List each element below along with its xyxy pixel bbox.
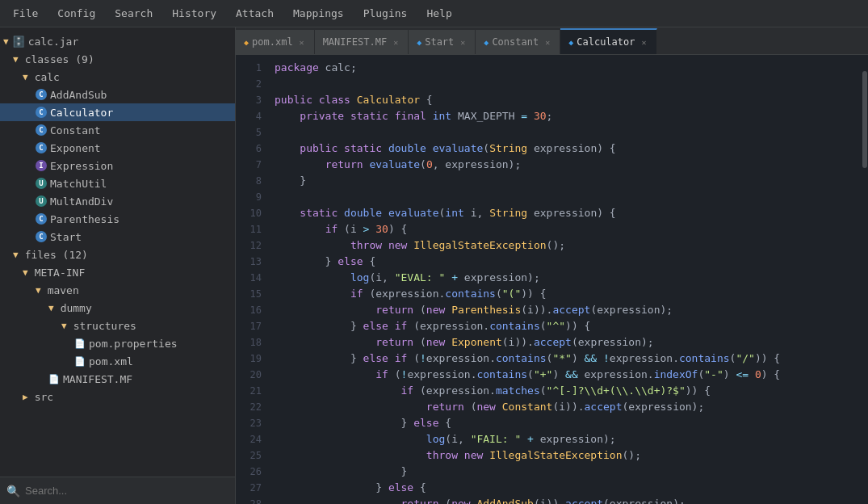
file-icon-manifest: 📄 bbox=[48, 374, 60, 384]
file-tree: ▼ 🗄️ calc.jar ▼ classes (9) ▼ calc C Add… bbox=[0, 27, 235, 477]
class-icon-addandsub: C bbox=[36, 89, 47, 100]
tree-label-calcjar: calc.jar bbox=[28, 36, 79, 48]
menu-mappings[interactable]: Mappings bbox=[283, 0, 354, 27]
tab-close-calculator[interactable]: ✕ bbox=[639, 37, 648, 48]
tree-label-addandsub: AddAndSub bbox=[50, 89, 107, 101]
tab-label-pomxml: pom.xml bbox=[252, 36, 293, 48]
arrow-down-icon8: ▼ bbox=[61, 321, 67, 331]
menu-help[interactable]: Help bbox=[417, 0, 461, 27]
tab-icon-calculator: ◆ bbox=[568, 38, 573, 47]
tree-item-start[interactable]: C Start bbox=[0, 228, 235, 246]
sidebar: ▼ 🗄️ calc.jar ▼ classes (9) ▼ calc C Add… bbox=[0, 27, 236, 504]
tab-close-constant[interactable]: ✕ bbox=[543, 37, 551, 48]
editor-area: ◆ pom.xml ✕ MANIFEST.MF ✕ ◆ Start ✕ ◆ Co… bbox=[236, 27, 868, 504]
tree-label-start: Start bbox=[50, 231, 82, 243]
arrow-down-icon4: ▼ bbox=[13, 250, 19, 260]
tree-label-src: src bbox=[35, 391, 53, 403]
tree-item-src[interactable]: ▶ src bbox=[0, 388, 235, 405]
class-icon-matchutil: U bbox=[36, 178, 47, 189]
class-icon-expression: I bbox=[36, 160, 47, 171]
arrow-down-icon6: ▼ bbox=[36, 285, 41, 296]
tree-label-parenthesis: Parenthesis bbox=[50, 213, 120, 225]
tab-calculator[interactable]: ◆ Calculator ✕ bbox=[560, 28, 656, 54]
sidebar-search-input[interactable] bbox=[25, 485, 229, 497]
tree-label-calc: calc bbox=[35, 71, 60, 83]
tree-item-parenthesis[interactable]: C Parenthesis bbox=[0, 210, 235, 228]
class-icon-constant: C bbox=[36, 124, 47, 136]
tab-close-manifest[interactable]: ✕ bbox=[392, 37, 400, 48]
file-icon-pomprops: 📄 bbox=[74, 338, 86, 349]
tree-item-classes[interactable]: ▼ classes (9) bbox=[0, 50, 235, 68]
menu-attach[interactable]: Attach bbox=[226, 0, 283, 27]
arrow-down-icon3: ▼ bbox=[23, 72, 28, 82]
tree-item-pomxml[interactable]: 📄 pom.xml bbox=[0, 352, 235, 370]
line-numbers: 12345 678910 1112131415 1617181920 21222… bbox=[236, 55, 268, 504]
arrow-down-icon5: ▼ bbox=[23, 267, 28, 278]
tree-item-expression[interactable]: I Expression bbox=[0, 157, 235, 174]
tree-item-files[interactable]: ▼ files (12) bbox=[0, 246, 235, 263]
class-icon-parenthesis: C bbox=[36, 213, 47, 225]
menu-file[interactable]: File bbox=[3, 0, 48, 27]
tab-pom-xml[interactable]: ◆ pom.xml ✕ bbox=[236, 30, 315, 54]
menu-config[interactable]: Config bbox=[48, 0, 105, 27]
tab-icon-start: ◆ bbox=[417, 38, 421, 47]
tree-label-dummy: dummy bbox=[61, 302, 92, 314]
code-content[interactable]: package calc; public class Calculator { … bbox=[268, 55, 862, 504]
tree-item-multanddiv[interactable]: U MultAndDiv bbox=[0, 192, 235, 210]
tree-item-calc[interactable]: ▼ calc bbox=[0, 68, 235, 86]
vertical-scrollbar[interactable] bbox=[862, 55, 868, 504]
tree-label-manifest: MANIFEST.MF bbox=[63, 373, 132, 385]
tree-item-manifest[interactable]: 📄 MANIFEST.MF bbox=[0, 370, 235, 388]
tab-manifest[interactable]: MANIFEST.MF ✕ bbox=[315, 30, 409, 54]
class-icon-calculator: C bbox=[36, 107, 47, 118]
tree-label-metainf: META-INF bbox=[35, 267, 86, 279]
search-icon: 🔍 bbox=[6, 485, 20, 498]
class-icon-start: C bbox=[36, 231, 47, 242]
arrow-right-icon: ▶ bbox=[23, 392, 28, 402]
tree-item-matchutil[interactable]: U MatchUtil bbox=[0, 174, 235, 192]
tree-item-calculator[interactable]: C Calculator bbox=[0, 103, 235, 121]
tree-label-exponent: Exponent bbox=[50, 142, 101, 154]
tree-label-multanddiv: MultAndDiv bbox=[50, 195, 113, 208]
tree-item-addandsub[interactable]: C AddAndSub bbox=[0, 86, 235, 103]
tree-item-pomprops[interactable]: 📄 pom.properties bbox=[0, 334, 235, 352]
tab-label-calculator: Calculator bbox=[577, 36, 635, 48]
tree-item-constant[interactable]: C Constant bbox=[0, 121, 235, 139]
menu-search[interactable]: Search bbox=[105, 0, 162, 27]
tab-label-start: Start bbox=[425, 36, 454, 48]
arrow-down-icon7: ▼ bbox=[48, 303, 54, 313]
arrow-down-icon: ▼ bbox=[3, 36, 9, 47]
tree-label-constant: Constant bbox=[50, 124, 101, 136]
tree-label-pomxml: pom.xml bbox=[89, 355, 133, 368]
tree-label-pomprops: pom.properties bbox=[89, 338, 178, 350]
tab-constant[interactable]: ◆ Constant ✕ bbox=[476, 30, 560, 54]
code-editor: 12345 678910 1112131415 1617181920 21222… bbox=[236, 55, 868, 504]
tree-item-exponent[interactable]: C Exponent bbox=[0, 139, 235, 157]
class-icon-multanddiv: U bbox=[36, 195, 47, 207]
main-layout: ▼ 🗄️ calc.jar ▼ classes (9) ▼ calc C Add… bbox=[0, 27, 868, 504]
class-icon-exponent: C bbox=[36, 142, 47, 153]
tree-label-matchutil: MatchUtil bbox=[50, 178, 107, 190]
tab-icon-pomxml: ◆ bbox=[244, 38, 249, 47]
tree-item-structures[interactable]: ▼ structures bbox=[0, 317, 235, 334]
tree-label-structures: structures bbox=[73, 320, 136, 332]
scrollbar-thumb[interactable] bbox=[862, 71, 867, 168]
sidebar-search-bar: 🔍 bbox=[0, 477, 235, 504]
tree-label-classes: classes (9) bbox=[25, 53, 94, 65]
tree-label-expression: Expression bbox=[50, 160, 113, 172]
tree-label-files: files (12) bbox=[25, 249, 88, 261]
menu-bar: File Config Search History Attach Mappin… bbox=[0, 0, 868, 27]
menu-history[interactable]: History bbox=[162, 0, 226, 27]
tree-item-calcjar[interactable]: ▼ 🗄️ calc.jar bbox=[0, 32, 235, 50]
tab-icon-constant: ◆ bbox=[484, 38, 489, 47]
menu-plugins[interactable]: Plugins bbox=[354, 0, 417, 27]
tree-label-calculator: Calculator bbox=[50, 107, 113, 119]
tree-item-dummy[interactable]: ▼ dummy bbox=[0, 299, 235, 317]
tab-close-start[interactable]: ✕ bbox=[459, 37, 467, 48]
tree-item-maven[interactable]: ▼ maven bbox=[0, 281, 235, 299]
tab-label-constant: Constant bbox=[492, 36, 539, 48]
tree-item-metainf[interactable]: ▼ META-INF bbox=[0, 263, 235, 281]
tab-bar: ◆ pom.xml ✕ MANIFEST.MF ✕ ◆ Start ✕ ◆ Co… bbox=[236, 27, 868, 55]
tab-start[interactable]: ◆ Start ✕ bbox=[409, 30, 476, 54]
tab-close-pomxml[interactable]: ✕ bbox=[298, 37, 306, 48]
